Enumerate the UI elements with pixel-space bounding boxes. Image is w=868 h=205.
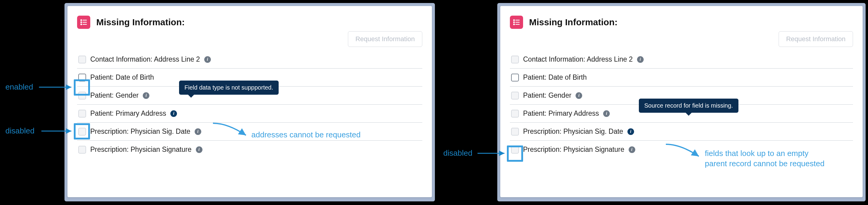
info-icon[interactable]: i	[143, 92, 149, 99]
row-checkbox[interactable]	[511, 128, 519, 135]
caption-line: fields that look up to an empty	[705, 149, 808, 158]
info-icon[interactable]: i	[196, 146, 203, 153]
list-item: Patient: Date of Birth	[510, 69, 853, 86]
info-icon[interactable]: i	[170, 110, 177, 117]
caption: fields that look up to an empty parent r…	[705, 149, 825, 169]
panel-title: Missing Information:	[96, 17, 185, 27]
callout-disabled: disabled	[443, 149, 472, 158]
list-item: Prescription: Physician Sig. Date i	[77, 123, 422, 141]
panel-header: Missing Information:	[77, 16, 422, 29]
list-item: Contact Information: Address Line 2 i	[77, 51, 422, 69]
row-label: Contact Information: Address Line 2	[523, 55, 633, 63]
list-icon	[510, 16, 523, 29]
caption: addresses cannot be requested	[251, 130, 361, 140]
svg-point-2	[81, 22, 82, 23]
info-icon[interactable]: i	[195, 128, 201, 135]
list-item: Contact Information: Address Line 2 i	[510, 51, 853, 69]
row-checkbox[interactable]	[78, 74, 86, 81]
row-label: Prescription: Physician Sig. Date	[523, 127, 623, 135]
panel-title: Missing Information:	[529, 17, 618, 27]
row-label: Prescription: Physician Sig. Date	[90, 127, 190, 135]
svg-point-4	[81, 24, 82, 25]
row-checkbox[interactable]	[78, 56, 86, 63]
row-label: Patient: Date of Birth	[523, 73, 587, 81]
row-label: Prescription: Physician Signature	[90, 146, 192, 154]
row-label: Patient: Gender	[90, 92, 138, 100]
action-row: Request Information	[77, 31, 422, 47]
row-label: Patient: Primary Address	[523, 109, 599, 118]
missing-info-panel-left: Missing Information: Request Information…	[64, 3, 435, 201]
row-label: Contact Information: Address Line 2	[90, 55, 200, 63]
info-icon[interactable]: i	[204, 56, 211, 63]
row-checkbox[interactable]	[78, 146, 86, 154]
info-icon[interactable]: i	[629, 146, 635, 153]
row-checkbox[interactable]	[511, 74, 519, 81]
action-row: Request Information	[510, 31, 853, 47]
svg-point-12	[514, 24, 515, 25]
row-label: Patient: Primary Address	[90, 109, 166, 118]
row-checkbox[interactable]	[78, 110, 86, 118]
tooltip-text: Source record for field is missing.	[644, 102, 733, 109]
row-checkbox[interactable]	[78, 128, 86, 135]
list-item: Patient: Primary Address i Source record…	[510, 105, 853, 123]
list-item: Patient: Gender i Field data type is not…	[77, 86, 422, 105]
row-checkbox[interactable]	[511, 92, 519, 100]
row-label: Patient: Gender	[523, 92, 571, 100]
info-icon[interactable]: i	[576, 92, 582, 99]
row-label: Prescription: Physician Signature	[523, 146, 624, 154]
row-checkbox[interactable]	[511, 110, 519, 118]
callout-enabled: enabled	[5, 82, 33, 92]
tooltip-text: Field data type is not suppported.	[184, 84, 273, 91]
request-information-button[interactable]: Request Information	[348, 31, 422, 47]
svg-point-8	[514, 20, 515, 21]
missing-info-panel-right: Missing Information: Request Information…	[497, 3, 866, 201]
list-item: Patient: Primary Address i	[77, 105, 422, 123]
info-icon[interactable]: i	[637, 56, 644, 63]
caption-line: parent record cannot be requested	[705, 159, 825, 168]
info-icon[interactable]: i	[627, 128, 634, 135]
tooltip: Field data type is not suppported.	[179, 81, 279, 95]
panel-body: Missing Information: Request Information…	[67, 6, 432, 197]
panel-header: Missing Information:	[510, 16, 853, 29]
svg-point-0	[81, 20, 82, 21]
svg-point-10	[514, 22, 515, 23]
tooltip: Source record for field is missing.	[639, 99, 738, 113]
row-checkbox[interactable]	[511, 56, 519, 63]
list-item: Prescription: Physician Sig. Date i	[510, 123, 853, 141]
callout-disabled: disabled	[5, 126, 34, 135]
row-label: Patient: Date of Birth	[90, 73, 154, 81]
list-icon	[77, 16, 90, 29]
list-item: Prescription: Physician Signature i	[77, 141, 422, 158]
request-information-button[interactable]: Request Information	[779, 31, 853, 47]
row-checkbox[interactable]	[511, 146, 519, 154]
info-icon[interactable]: i	[603, 110, 610, 117]
row-checkbox[interactable]	[78, 92, 86, 100]
